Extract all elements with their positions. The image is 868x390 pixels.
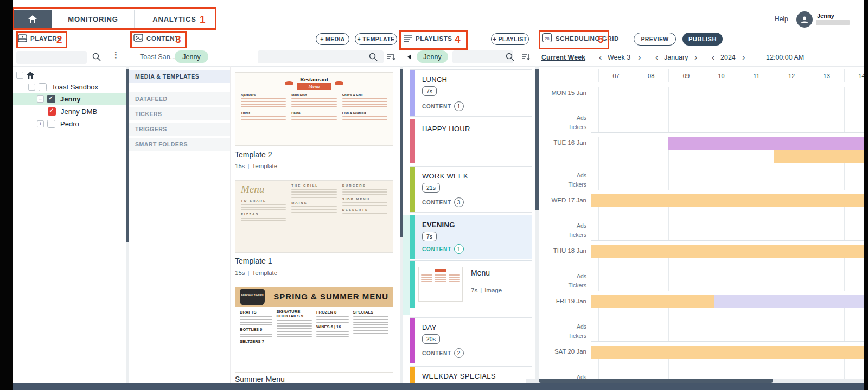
- checkbox-unchecked[interactable]: [47, 120, 55, 128]
- day-plot-area[interactable]: [591, 245, 864, 291]
- content-tab-toast-sandbox[interactable]: Toast San...: [140, 53, 176, 61]
- week-next-chevron[interactable]: ›: [638, 54, 641, 61]
- preview-button[interactable]: PREVIEW: [634, 33, 676, 46]
- collapse-icon[interactable]: −: [16, 72, 23, 79]
- playlist-card-weekday-specials[interactable]: WEEKDAY SPECIALS: [410, 366, 532, 383]
- tab-monitoring[interactable]: MONITORING: [52, 10, 135, 28]
- playlists-search-input[interactable]: [452, 50, 513, 63]
- day-row-wed[interactable]: WED 17 Jan Ads Tickers: [539, 194, 864, 241]
- month-next-chevron[interactable]: ›: [694, 54, 697, 61]
- scrollbar-thumb[interactable]: [539, 379, 773, 383]
- thumb-section: DRAFTS: [240, 310, 272, 315]
- day-row-fri[interactable]: FRI 19 Jan Ads Tickers: [539, 295, 864, 342]
- tree-row-jenny[interactable]: − Jenny: [37, 93, 126, 105]
- add-template-button[interactable]: + TEMPLATE: [355, 33, 397, 45]
- tickers-label: Tickers: [539, 232, 586, 238]
- content-sort-icon[interactable]: [387, 53, 395, 61]
- playlist-item-menu[interactable]: Menu 7s|Image: [410, 260, 532, 308]
- content-menu-tickers[interactable]: TICKERS: [129, 107, 230, 120]
- content-menu-smart-folders[interactable]: SMART FOLDERS: [129, 138, 230, 151]
- year-prev-chevron[interactable]: ‹: [712, 54, 714, 61]
- scrollbar-thumb[interactable]: [400, 69, 403, 237]
- day-plot-area[interactable]: [591, 137, 864, 190]
- template-title: Summer Menu: [235, 375, 285, 383]
- annotation-number-3: 3: [175, 34, 181, 46]
- day-plot-area[interactable]: [591, 295, 864, 342]
- hour-label: 13: [809, 73, 844, 79]
- tree-row-jenny-dmb[interactable]: Jenny DMB: [48, 105, 126, 117]
- week-prev-chevron[interactable]: ‹: [599, 54, 602, 61]
- grid-horizontal-scrollbar[interactable]: [526, 379, 864, 383]
- thumb-section: TO SHARE: [241, 199, 286, 202]
- scheduling-grid[interactable]: 07 08 09 10 11 12 13 14 MON 15 Jan Ads T…: [539, 69, 864, 383]
- playlists-icon: [404, 34, 412, 42]
- year-value: 2024: [720, 54, 736, 61]
- playlist-name: EVENING: [422, 221, 455, 229]
- content-menu-datafeed[interactable]: DATAFEED: [129, 92, 230, 105]
- content-item-template-2[interactable]: Restaurant Menu Apetizers Main Dish Chef…: [233, 71, 395, 174]
- add-playlist-button[interactable]: + PLAYLIST: [491, 33, 529, 45]
- playlists-back-arrow[interactable]: [407, 54, 411, 60]
- playlist-card-evening[interactable]: EVENING 7s CONTENT1: [410, 215, 532, 259]
- playlist-card-work-week[interactable]: WORK WEEK 21s CONTENT3: [410, 166, 532, 213]
- content-item-template-1[interactable]: Menu TO SHARE PIZZAS THE GRILL MAINS BUR…: [233, 179, 395, 282]
- day-row-sat[interactable]: SAT 20 Jan Ads Tickers: [539, 346, 864, 383]
- players-search-icon[interactable]: [92, 53, 101, 61]
- year-next-chevron[interactable]: ›: [742, 54, 745, 61]
- thumb-section: FROZEN 8: [316, 310, 349, 315]
- template-meta: 15s|Template: [235, 270, 277, 276]
- tree-row-toast-sandbox[interactable]: − Toast Sandbox: [28, 81, 126, 93]
- schedule-bar[interactable]: [668, 137, 864, 150]
- content-search-icon[interactable]: [369, 53, 378, 61]
- thumb-section: THE GRILL: [291, 184, 336, 187]
- tickers-label: Tickers: [539, 282, 586, 289]
- content-item-summer-menu[interactable]: PARKWAY TAVERN SPRING & SUMMER MENU DRAF…: [233, 286, 395, 383]
- current-week-link[interactable]: Current Week: [541, 54, 585, 61]
- schedule-bar[interactable]: [774, 150, 864, 163]
- tree-row-pedro[interactable]: + Pedro: [37, 118, 126, 130]
- collapse-icon[interactable]: −: [37, 95, 44, 103]
- expand-icon[interactable]: +: [37, 120, 44, 127]
- playlists-sort-icon[interactable]: [522, 53, 530, 61]
- players-search-input[interactable]: [16, 51, 87, 64]
- help-link[interactable]: Help: [775, 15, 788, 23]
- tree-row-root[interactable]: −: [16, 69, 125, 81]
- content-menu-media-templates[interactable]: MEDIA & TEMPLATES: [129, 70, 230, 83]
- day-row-thu[interactable]: THU 18 Jan Ads Tickers: [539, 245, 864, 291]
- schedule-bar[interactable]: [591, 245, 864, 258]
- collapse-icon[interactable]: −: [28, 84, 35, 91]
- hour-label: 08: [634, 73, 669, 79]
- content-search-input[interactable]: [258, 50, 384, 63]
- content-icon: [133, 34, 143, 42]
- day-plot-area[interactable]: [591, 346, 864, 383]
- checkbox-checked[interactable]: [47, 95, 55, 103]
- home-button[interactable]: [13, 10, 52, 28]
- day-plot-area[interactable]: [591, 194, 864, 241]
- content-tab-jenny[interactable]: Jenny: [175, 50, 208, 63]
- schedule-bar[interactable]: [591, 194, 864, 207]
- day-row-tue[interactable]: TUE 16 Jan Ads Tickers: [539, 137, 864, 190]
- user-avatar[interactable]: [796, 11, 813, 28]
- day-row-mon[interactable]: MON 15 Jan Ads Tickers: [539, 87, 864, 133]
- ads-label: Ads: [539, 172, 586, 178]
- schedule-bar[interactable]: [591, 295, 714, 308]
- players-menu-kebab[interactable]: ⋮: [112, 52, 120, 57]
- thumb-section: Chef's & Grill: [342, 93, 387, 97]
- checkbox-unchecked[interactable]: [39, 83, 47, 91]
- tree-label: Jenny DMB: [61, 107, 97, 116]
- playlist-card-happy-hour[interactable]: HAPPY HOUR: [410, 119, 532, 163]
- playlists-tab-jenny[interactable]: Jenny: [417, 50, 448, 63]
- schedule-bar[interactable]: [714, 295, 864, 308]
- add-media-button[interactable]: + MEDIA: [316, 33, 349, 45]
- month-prev-chevron[interactable]: ‹: [655, 54, 658, 61]
- playlist-name: LUNCH: [422, 75, 447, 84]
- content-menu-triggers[interactable]: TRIGGERS: [129, 123, 230, 136]
- schedule-bar[interactable]: [591, 346, 864, 359]
- redacted-text: [816, 20, 850, 25]
- playlist-card-lunch[interactable]: LUNCH 7s CONTENT1: [410, 69, 532, 117]
- day-plot-area[interactable]: [591, 87, 864, 133]
- publish-button[interactable]: PUBLISH: [682, 33, 723, 46]
- playlist-card-day[interactable]: DAY 20s CONTENT2: [410, 317, 532, 363]
- playlists-search-icon[interactable]: [506, 53, 514, 61]
- checkbox-checked-red[interactable]: [48, 107, 56, 116]
